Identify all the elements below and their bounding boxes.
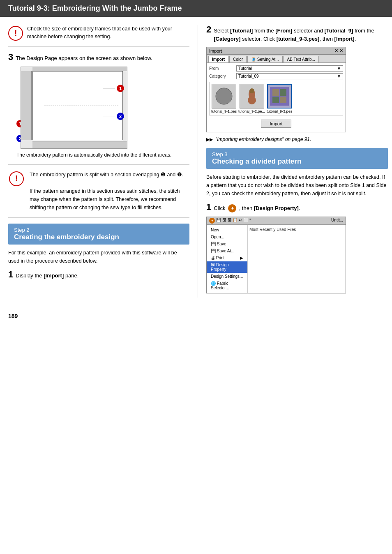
caution-icon-2: ! bbox=[8, 171, 25, 186]
menu-design-property[interactable]: 🖫 Design Property bbox=[207, 261, 247, 273]
page-body: ! Check the size of embroidery frames th… bbox=[0, 17, 392, 302]
category-label: Category bbox=[209, 74, 234, 78]
menu-save[interactable]: 💾 Save bbox=[207, 240, 247, 247]
thumbnail-area: tutorial_9-1.pes tutorial_9-2.pe... bbox=[209, 82, 343, 115]
thumb-img-3 bbox=[267, 84, 292, 108]
tab-sewing[interactable]: 🧵 Sewing At... bbox=[247, 56, 283, 62]
top-ruler bbox=[32, 67, 127, 71]
arrow-note: "Importing embroidery designs" on page 9… bbox=[206, 136, 388, 142]
svg-text:!: ! bbox=[15, 174, 18, 183]
step-3-number: 3 bbox=[8, 53, 13, 62]
import-dialog-body: From Tutorial ▼ Category Tutorial_09 ▼ bbox=[207, 63, 346, 132]
thumb-label-1: tutorial_9-1.pes bbox=[211, 109, 237, 113]
caution-text-1: Check the size of embroidery frames that… bbox=[27, 25, 189, 41]
tab-text-attrib[interactable]: AB Text Attrib... bbox=[284, 56, 319, 62]
svg-point-4 bbox=[216, 88, 232, 104]
step-2-label: Step 2 bbox=[14, 227, 184, 233]
tab-import[interactable]: Import bbox=[208, 56, 228, 62]
import-dialog: Import ✕ ✕ Import Color 🧵 Sewing At... A… bbox=[206, 47, 346, 132]
caution-box-1: ! Check the size of embroidery frames th… bbox=[8, 25, 189, 41]
menu-design-settings[interactable]: Design Settings... bbox=[207, 273, 247, 280]
step-3-heading-box: Step 3 Checking a divided pattern bbox=[206, 148, 388, 169]
app-icon: ✦ bbox=[228, 204, 236, 212]
callout-circle-1: 1 bbox=[117, 85, 124, 92]
thumbnail-3[interactable]: tutorial_9-3.pes bbox=[267, 84, 292, 113]
category-select[interactable]: Tutorial_09 ▼ bbox=[236, 73, 343, 79]
menu-save-as[interactable]: 💾 Save At... bbox=[207, 247, 247, 254]
page-footer: 189 bbox=[0, 310, 392, 322]
save-as-icon: 💾 bbox=[211, 249, 216, 253]
app-mockup: ✦ 💾 🖫 🖫 📋 ↩ ⬜ * Untit... New Open... 💾 S… bbox=[206, 217, 346, 293]
from-select[interactable]: Tutorial ▼ bbox=[236, 65, 343, 72]
most-recently-label: Most Recently Used Files bbox=[249, 226, 344, 233]
print-icon: 🖨 bbox=[211, 256, 215, 260]
callout-1: 1 bbox=[103, 85, 189, 92]
bottom-scrollbar bbox=[32, 141, 127, 148]
menu-print[interactable]: 🖨 Print bbox=[207, 254, 247, 261]
callout-circle-2: 2 bbox=[117, 113, 124, 120]
svg-rect-11 bbox=[272, 97, 279, 103]
import-dialog-titlebar: Import ✕ ✕ bbox=[207, 47, 346, 55]
import-dialog-tabs: Import Color 🧵 Sewing At... AB Text Attr… bbox=[207, 55, 346, 63]
app-title: Untit... bbox=[331, 218, 343, 224]
import-dialog-footer: Import bbox=[209, 118, 343, 129]
callout-2: 2 bbox=[103, 113, 189, 120]
divider-1 bbox=[8, 46, 189, 47]
fabric-icon: 🌐 bbox=[211, 281, 216, 286]
import-button[interactable]: Import bbox=[261, 120, 291, 128]
step-3-1-text: Click ✦ , then [Design Property]. bbox=[214, 203, 300, 212]
page-title: Tutorial 9-3: Embroidering With the Jumb… bbox=[8, 4, 182, 12]
tab-color[interactable]: Color bbox=[229, 56, 247, 62]
step-2-title: Creating the embroidery design bbox=[14, 233, 184, 241]
caution-box-2: ! The embroidery pattern is split with a… bbox=[8, 171, 189, 218]
step-2-1-text: Display the [Import] pane. bbox=[16, 270, 78, 280]
step-2-desc: For this example, an embroidery pattern … bbox=[8, 249, 189, 265]
step-2-1-container: 1 Display the [Import] pane. bbox=[8, 270, 189, 280]
thumbnail-2[interactable]: tutorial_9-2.pe... bbox=[238, 84, 265, 113]
thumb-img-2 bbox=[240, 84, 264, 108]
thumb-label-3: tutorial_9-3.pes bbox=[267, 109, 292, 113]
thumb-img-1 bbox=[212, 84, 236, 108]
menu-new[interactable]: New bbox=[207, 226, 247, 233]
step-3-container: 3 The Design Page appears on the screen … bbox=[8, 53, 189, 62]
left-column: ! Check the size of embroidery frames th… bbox=[8, 25, 198, 298]
page-number: 189 bbox=[8, 313, 18, 319]
toolbar-icons: 💾 🖫 🖫 📋 ↩ ⬜ * bbox=[216, 218, 251, 224]
divider-2 bbox=[8, 164, 189, 165]
page-header: Tutorial 9-3: Embroidering With the Jumb… bbox=[0, 0, 392, 17]
design-prop-icon: 🖫 bbox=[211, 263, 215, 267]
svg-point-6 bbox=[248, 96, 256, 104]
step-3-1-container: 1 Click ✦ , then [Design Property]. bbox=[206, 203, 388, 212]
svg-point-7 bbox=[249, 88, 254, 93]
callout-labels: 1 2 bbox=[103, 85, 189, 120]
svg-rect-12 bbox=[280, 97, 286, 103]
design-page-wrapper: 1 2 bbox=[12, 67, 189, 120]
pattern-note: The embroidery pattern is automatically … bbox=[16, 151, 189, 159]
app-titlebar: ✦ 💾 🖫 🖫 📋 ↩ ⬜ * Untit... bbox=[207, 217, 346, 225]
thumbnail-1[interactable]: tutorial_9-1.pes bbox=[211, 84, 237, 113]
step-2-heading-box: Step 2 Creating the embroidery design bbox=[8, 224, 189, 245]
step-3-text: The Design Page appears on the screen as… bbox=[16, 53, 152, 62]
step-3-desc: Before starting to embroider, the divide… bbox=[206, 173, 388, 198]
category-field-row: Category Tutorial_09 ▼ bbox=[209, 73, 343, 79]
menu-fabric-selector[interactable]: 🌐 Fabric Selector... bbox=[207, 280, 247, 291]
step-2-right-container: 2 Select [Tutorial] from the [From] sele… bbox=[206, 25, 388, 43]
thumb-label-2: tutorial_9-2.pe... bbox=[238, 109, 265, 113]
step-2-right-text: Select [Tutorial] from the [From] select… bbox=[214, 25, 388, 43]
app-body: New Open... 💾 Save 💾 Save At... 🖨 Print … bbox=[207, 225, 346, 293]
svg-text:!: ! bbox=[14, 28, 17, 37]
caution-body-2: The embroidery pattern is split with a s… bbox=[30, 171, 189, 212]
app-logo: ✦ bbox=[209, 218, 215, 224]
app-toolbar-icons: ✦ 💾 🖫 🖫 📋 ↩ ⬜ * bbox=[209, 218, 251, 224]
step-3-1-number: 1 bbox=[206, 203, 211, 212]
caution-icon-1: ! bbox=[8, 26, 23, 41]
dialog-close-icons[interactable]: ✕ ✕ bbox=[334, 48, 343, 53]
menu-open[interactable]: Open... bbox=[207, 233, 247, 240]
right-column: 2 Select [Tutorial] from the [From] sele… bbox=[198, 25, 388, 298]
from-field-row: From Tutorial ▼ bbox=[209, 65, 343, 72]
from-label: From bbox=[209, 66, 234, 71]
side-ruler bbox=[21, 71, 32, 140]
app-right-panel: Most Recently Used Files bbox=[248, 225, 346, 293]
step-3-title: Checking a divided pattern bbox=[212, 157, 382, 166]
step-2-right-number: 2 bbox=[206, 25, 211, 34]
